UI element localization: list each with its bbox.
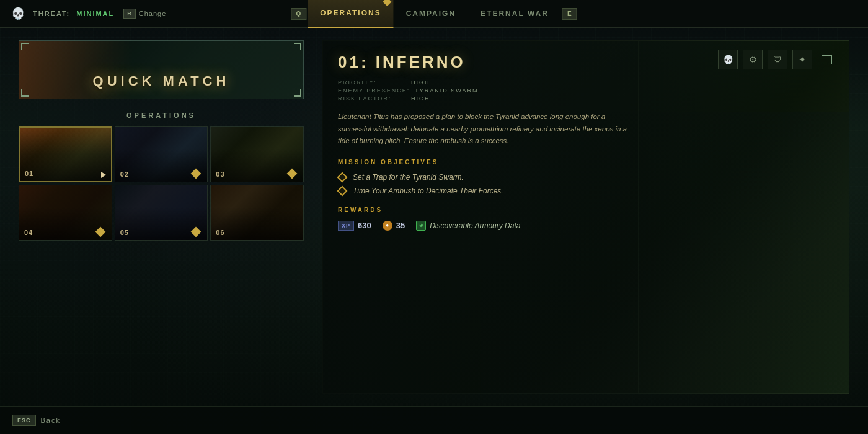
objective-list: Set a Trap for the Tyranid Swarm. Time Y… <box>338 173 834 195</box>
tab-campaign-label: Campaign <box>406 9 456 18</box>
objective-1-diamond <box>338 173 347 182</box>
mission-06-overlay <box>211 185 303 240</box>
threat-section: 💀 THREAT: MINIMAL R Change <box>0 5 175 22</box>
right-panel: 01: INFERNO PRIORITY: HIGH ENEMY PRESENC… <box>322 40 849 394</box>
mission-description: Lieutenant Titus has proposed a plan to … <box>338 111 636 148</box>
esc-key-badge: ESC <box>12 415 36 426</box>
priority-val: HIGH <box>411 79 430 86</box>
objective-1: Set a Trap for the Tyranid Swarm. <box>338 173 834 182</box>
e-key-badge: E <box>562 8 577 20</box>
expand-button[interactable] <box>817 50 837 69</box>
icon-skull[interactable]: 💀 <box>718 50 738 69</box>
icon-gear[interactable]: ⚙ <box>743 50 763 69</box>
mission-03-num: 03 <box>216 170 224 178</box>
expand-icon <box>822 55 832 64</box>
quick-match-overlay <box>19 41 303 99</box>
tab-operations[interactable]: Operations <box>308 0 393 28</box>
mission-grid: 01 02 03 <box>19 126 304 241</box>
mission-meta: PRIORITY: HIGH ENEMY PRESENCE: TYRANID S… <box>338 79 834 102</box>
mission-06-num: 06 <box>216 229 224 236</box>
skull-icon: 💀 <box>9 5 27 22</box>
q-key-badge: Q <box>291 8 306 20</box>
armoury-icon: ⊕ <box>416 221 426 231</box>
tab-eternal-war-label: Eternal War <box>480 9 549 18</box>
diamond-05-icon <box>191 227 202 237</box>
mission-02-icon <box>192 169 202 179</box>
corner-bl <box>21 89 29 97</box>
enemy-row: ENEMY PRESENCE: TYRANID SWARM <box>338 87 834 94</box>
mission-05-icon <box>192 227 202 237</box>
back-button[interactable]: ESC Back <box>12 415 61 426</box>
rewards-header: REWARDS <box>338 206 834 213</box>
objective-2: Time Your Ambush to Decimate Their Force… <box>338 187 834 195</box>
change-label: Change <box>139 10 167 17</box>
armoury-label: Discoverable Armoury Data <box>430 221 520 230</box>
xp-reward: XP 630 <box>338 221 371 231</box>
enemy-key: ENEMY PRESENCE: <box>338 87 410 94</box>
diamond-04-icon <box>95 227 105 237</box>
coin-icon: ● <box>383 221 392 231</box>
tab-operations-label: Operations <box>320 9 381 17</box>
diamond-03-icon <box>287 169 298 179</box>
change-button[interactable]: R Change <box>123 9 166 19</box>
corner-tl <box>21 43 29 50</box>
main-content: QUICK MATCH OPERATIONS 01 02 <box>0 28 868 406</box>
rewards-row: XP 630 ● 35 ⊕ Discoverable Armoury Data <box>338 221 834 231</box>
corner-br <box>294 89 301 97</box>
priority-row: PRIORITY: HIGH <box>338 79 834 86</box>
back-label: Back <box>41 417 61 424</box>
mission-card-02[interactable]: 02 <box>115 126 208 182</box>
diamond-02-icon <box>191 169 202 179</box>
objectives-header: MISSION OBJECTIVES <box>338 159 834 166</box>
mission-05-num: 05 <box>120 229 129 236</box>
xp-value: 630 <box>358 221 371 230</box>
xp-badge: XP <box>338 221 354 231</box>
mission-card-01[interactable]: 01 <box>19 126 112 182</box>
operations-section-label: OPERATIONS <box>19 112 304 119</box>
risk-row: RISK FACTOR: HIGH <box>338 95 834 102</box>
mission-card-04[interactable]: 04 <box>19 185 112 241</box>
coins-reward: ● 35 <box>383 221 405 231</box>
objective-2-text: Time Your Ambush to Decimate Their Force… <box>353 187 503 195</box>
enemy-val: TYRANID SWARM <box>415 87 478 94</box>
mission-04-icon <box>97 227 107 237</box>
cursor-arrow-icon <box>101 172 106 178</box>
top-right-icons: 💀 ⚙ 🛡 ✦ <box>718 50 837 69</box>
mission-card-06[interactable]: 06 <box>210 185 304 241</box>
mission-card-03[interactable]: 03 <box>210 126 304 182</box>
tab-eternal-war[interactable]: Eternal War <box>468 0 561 28</box>
mission-detail: 01: INFERNO PRIORITY: HIGH ENEMY PRESENC… <box>322 40 849 394</box>
mission-01-num: 01 <box>25 170 33 177</box>
r-key-badge: R <box>123 9 136 19</box>
mission-card-05[interactable]: 05 <box>115 185 208 241</box>
threat-label: THREAT: <box>33 10 70 17</box>
icon-star[interactable]: ✦ <box>792 50 812 69</box>
coins-value: 35 <box>396 221 405 230</box>
threat-value: MINIMAL <box>76 10 114 17</box>
objective-1-text: Set a Trap for the Tyranid Swarm. <box>353 173 464 182</box>
quick-match-button[interactable]: QUICK MATCH <box>19 40 304 99</box>
ops-diamond-icon <box>383 0 392 6</box>
tab-campaign[interactable]: Campaign <box>394 0 468 28</box>
risk-key: RISK FACTOR: <box>338 95 406 102</box>
left-panel: QUICK MATCH OPERATIONS 01 02 <box>19 40 304 394</box>
risk-val: HIGH <box>411 95 430 102</box>
bottom-bar: ESC Back <box>0 406 868 434</box>
nav-tabs: Q Operations Campaign Eternal War E <box>291 0 577 28</box>
icon-shield[interactable]: 🛡 <box>768 50 787 69</box>
mission-02-num: 02 <box>120 170 129 178</box>
corner-tr <box>294 43 301 50</box>
mission-04-num: 04 <box>24 229 33 236</box>
top-nav: 💀 THREAT: MINIMAL R Change Q Operations … <box>0 0 868 28</box>
armoury-reward: ⊕ Discoverable Armoury Data <box>416 221 520 231</box>
mission-03-icon <box>288 169 298 179</box>
quick-match-label: QUICK MATCH <box>93 73 230 89</box>
objective-2-diamond <box>338 187 347 195</box>
priority-key: PRIORITY: <box>338 79 406 86</box>
